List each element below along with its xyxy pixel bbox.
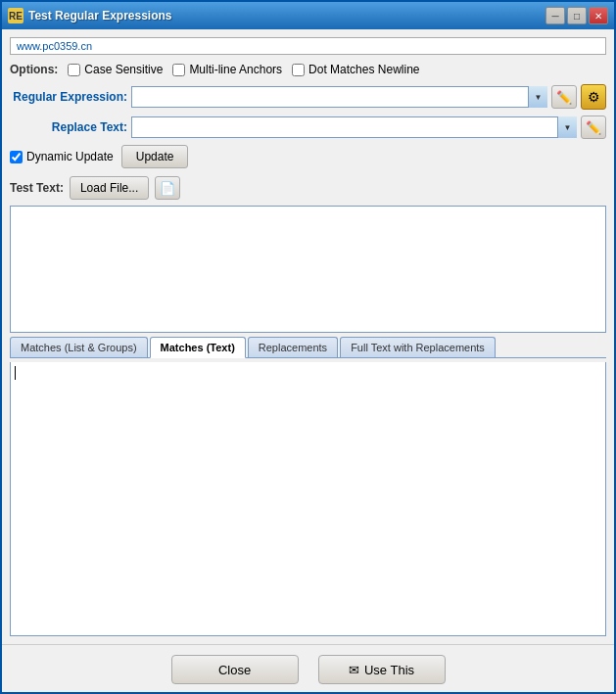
use-this-label: Use This bbox=[364, 663, 414, 677]
replace-row: Replace Text: ▼ ✏️ bbox=[10, 116, 606, 139]
dynamic-update-checkbox[interactable] bbox=[10, 151, 23, 163]
test-text-row: Test Text: Load File... 📄 bbox=[10, 174, 606, 202]
tab-full-text[interactable]: Full Text with Replacements bbox=[340, 337, 496, 357]
window-title: Test Regular Expressions bbox=[28, 9, 172, 23]
dynamic-row: Dynamic Update Update bbox=[10, 143, 606, 170]
title-bar: RE Test Regular Expressions ─ □ ✕ bbox=[2, 2, 614, 29]
tab-replacements[interactable]: Replacements bbox=[248, 337, 338, 357]
main-window: RE Test Regular Expressions ─ □ ✕ www.pc… bbox=[0, 0, 616, 694]
replace-combo[interactable] bbox=[131, 116, 577, 138]
clear-text-button[interactable]: 📄 bbox=[155, 176, 180, 200]
multiline-group: Multi-line Anchors bbox=[172, 63, 282, 76]
text-cursor bbox=[15, 366, 16, 380]
case-sensitive-checkbox[interactable] bbox=[68, 64, 80, 76]
load-file-button[interactable]: Load File... bbox=[70, 176, 149, 200]
update-button[interactable]: Update bbox=[121, 145, 189, 168]
bottom-bar: Close ✉ Use This bbox=[2, 644, 614, 692]
options-label: Options: bbox=[10, 63, 58, 76]
dynamic-update-group: Dynamic Update bbox=[10, 150, 114, 163]
title-bar-left: RE Test Regular Expressions bbox=[8, 8, 172, 23]
case-sensitive-label: Case Sensitive bbox=[84, 63, 163, 76]
minimize-button[interactable]: ─ bbox=[545, 7, 565, 24]
dot-newline-label: Dot Matches Newline bbox=[308, 63, 419, 76]
tab-matches-list[interactable]: Matches (List & Groups) bbox=[10, 337, 148, 357]
regex-row: Regular Expression: ▼ ✏️ ⚙ bbox=[10, 84, 606, 110]
close-window-button[interactable]: ✕ bbox=[589, 7, 608, 24]
replace-combo-wrapper: ▼ bbox=[131, 116, 577, 138]
use-this-icon: ✉ bbox=[349, 663, 359, 677]
use-this-button[interactable]: ✉ Use This bbox=[318, 655, 446, 684]
regex-extra-button[interactable]: ⚙ bbox=[581, 84, 606, 110]
regex-combo-wrapper: ▼ bbox=[131, 86, 547, 108]
app-icon: RE bbox=[8, 8, 24, 23]
dot-newline-group: Dot Matches Newline bbox=[292, 63, 419, 76]
options-row: Options: Case Sensitive Multi-line Ancho… bbox=[10, 61, 606, 78]
close-button[interactable]: Close bbox=[171, 655, 299, 684]
regex-combo[interactable] bbox=[131, 86, 547, 108]
tab-content-area bbox=[10, 362, 606, 636]
multiline-checkbox[interactable] bbox=[172, 64, 185, 76]
test-text-area[interactable] bbox=[10, 206, 606, 333]
tabs-container: Matches (List & Groups) Matches (Text) R… bbox=[10, 337, 606, 358]
tab-matches-text[interactable]: Matches (Text) bbox=[150, 337, 246, 358]
watermark-text: www.pc0359.cn bbox=[17, 40, 92, 52]
content-area: www.pc0359.cn Options: Case Sensitive Mu… bbox=[2, 29, 614, 644]
watermark-bar: www.pc0359.cn bbox=[10, 37, 606, 55]
test-text-label: Test Text: bbox=[10, 181, 64, 195]
regex-edit-button[interactable]: ✏️ bbox=[551, 85, 577, 109]
dot-newline-checkbox[interactable] bbox=[292, 64, 305, 76]
case-sensitive-group: Case Sensitive bbox=[68, 63, 163, 76]
replace-edit-button[interactable]: ✏️ bbox=[581, 116, 606, 139]
regex-label: Regular Expression: bbox=[10, 90, 127, 104]
title-bar-controls: ─ □ ✕ bbox=[545, 7, 608, 24]
close-button-label: Close bbox=[218, 663, 251, 677]
dynamic-update-label: Dynamic Update bbox=[26, 150, 114, 163]
maximize-button[interactable]: □ bbox=[567, 7, 587, 24]
replace-label: Replace Text: bbox=[10, 120, 127, 134]
multiline-label: Multi-line Anchors bbox=[189, 63, 282, 76]
